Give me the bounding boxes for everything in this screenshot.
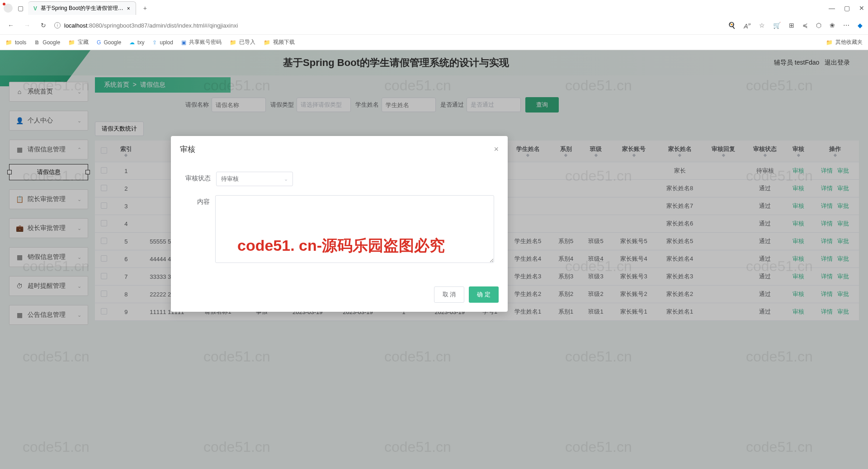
folder-icon: 📁 [68,39,75,46]
url-port: :8080 [87,22,102,29]
maximize-icon[interactable]: ▢ [844,5,850,12]
address-bar: ← → ↻ i localhost:8080/springboot3nd87/a… [0,16,868,34]
bookmark-tools[interactable]: 📁tools [5,39,26,46]
minimize-icon[interactable]: — [829,5,835,12]
audit-dialog: 审核 × 审核状态 待审核 ⌄ 内容 取 消 确 定 [171,136,508,312]
more-icon[interactable]: ⋯ [843,22,849,29]
folder-icon: 📁 [264,39,270,46]
content-label: 内容 [184,195,215,206]
app-root: 基于Spring Boot的学生请假管理系统的设计与实现 辅导员 testFda… [0,50,868,469]
copilot-icon[interactable]: ◆ [858,22,863,29]
new-tab-button[interactable]: + [140,5,151,12]
bookmark-google[interactable]: 🗎Google [34,39,60,46]
watermark-center: code51. cn-源码乐园盗图必究 [237,235,445,256]
folder-icon: 📁 [826,39,833,46]
extension2-icon[interactable]: ❀ [830,22,835,29]
bookmark-uplod[interactable]: ⇪uplod [152,39,173,46]
browser-chrome: ▢ V 基于Spring Boot的学生请假管理… × + — ▢ ✕ ← → … [0,0,868,50]
cloud-icon: ☁ [129,39,135,46]
folder-icon: 📁 [5,39,12,46]
dialog-body: 审核状态 待审核 ⌄ 内容 [171,163,508,281]
bookmark-share[interactable]: ▣共享账号密码 [181,38,222,46]
tab-close-icon[interactable]: × [127,5,130,12]
cart-icon[interactable]: 🛒 [773,22,781,29]
title-bar: ▢ V 基于Spring Boot的学生请假管理… × + — ▢ ✕ [0,0,868,16]
bookmark-other[interactable]: 📁其他收藏夹 [826,38,863,46]
cancel-button[interactable]: 取 消 [434,286,465,303]
chevron-down-icon: ⌄ [284,176,288,182]
text-size-icon[interactable]: A» [744,21,751,30]
forward-icon: → [22,22,33,29]
tab-overview-icon[interactable]: ▢ [16,4,24,12]
tab-title: 基于Spring Boot的学生请假管理… [41,5,123,12]
bookmarks-bar: 📁tools 🗎Google 📁宝藏 GGoogle ☁txy ⇪uplod ▣… [0,34,868,50]
folder-icon: 📁 [230,39,236,46]
page-icon: 🗎 [34,39,40,46]
bookmark-google2[interactable]: GGoogle [97,39,121,46]
google-icon: G [97,39,101,46]
url-path: /springboot3nd87/admin/dist/index.html#/… [102,22,238,29]
extension-icon[interactable]: ⬡ [816,22,821,29]
bookmark-txy[interactable]: ☁txy [129,39,144,46]
share-icon: ▣ [181,39,186,46]
form-row-status: 审核状态 待审核 ⌄ [184,172,494,186]
browser-tab[interactable]: V 基于Spring Boot的学生请假管理… × [28,1,136,15]
dialog-close-icon[interactable]: × [494,145,499,154]
url-bar[interactable]: i localhost:8080/springboot3nd87/admin/d… [54,22,722,29]
url-host: localhost [64,22,87,29]
collections-icon[interactable]: ⊞ [789,22,794,29]
status-label: 审核状态 [184,172,216,183]
dialog-header: 审核 × [171,136,508,163]
site-info-icon[interactable]: i [54,22,61,28]
confirm-button[interactable]: 确 定 [469,286,499,303]
profile-avatar-icon[interactable] [4,4,13,13]
close-window-icon[interactable]: ✕ [859,5,864,12]
tab-favicon-icon: V [33,5,37,12]
favorite-icon[interactable]: ☆ [759,22,765,29]
upload-icon: ⇪ [152,39,157,46]
bookmark-imported[interactable]: 📁已导入 [230,38,255,46]
favorites-bar-icon[interactable]: ≼ [802,22,808,29]
dialog-footer: 取 消 确 定 [171,281,508,312]
bookmark-video[interactable]: 📁视频下载 [264,38,295,46]
bookmark-baozang[interactable]: 📁宝藏 [68,38,89,46]
refresh-icon[interactable]: ↻ [38,22,49,29]
dialog-title: 审核 [180,144,195,155]
address-actions: 🍳 A» ☆ 🛒 ⊞ ≼ ⬡ ❀ ⋯ ◆ [728,21,863,30]
window-controls: — ▢ ✕ [829,5,864,12]
back-icon[interactable]: ← [5,22,16,29]
recipe-icon[interactable]: 🍳 [728,22,736,29]
status-select[interactable]: 待审核 ⌄ [216,172,293,186]
